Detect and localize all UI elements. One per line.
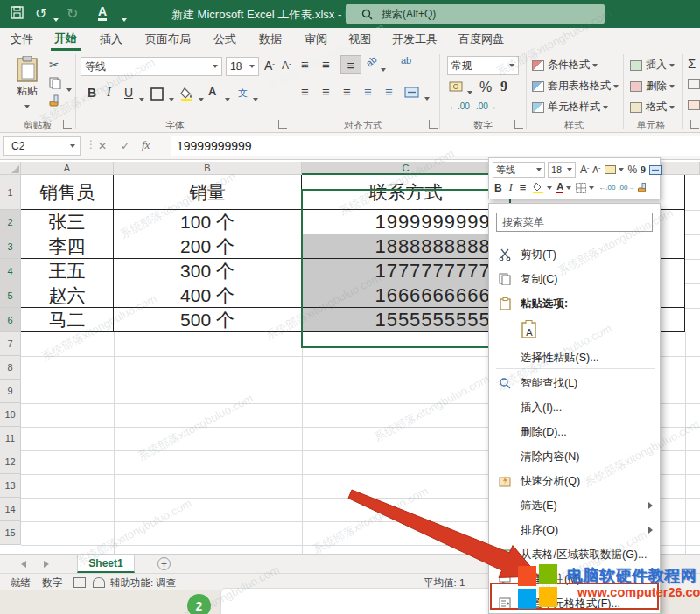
undo-button[interactable]: ↺ (35, 5, 46, 22)
font-dialog-launcher[interactable] (278, 120, 287, 129)
fill-color-button[interactable] (180, 87, 194, 101)
mini-format-painter-icon[interactable] (638, 183, 648, 192)
undo-dropdown-icon[interactable] (51, 12, 59, 24)
formula-input[interactable]: 19999999999 (172, 136, 700, 156)
search-input[interactable] (380, 7, 593, 21)
menu-item-get-data-from-table[interactable]: 从表格/区域获取数据(G)... (489, 542, 662, 567)
mini-decrease-decimal[interactable]: .00→ (618, 184, 634, 192)
row-header-14[interactable]: 14 (0, 498, 21, 521)
cut-button[interactable]: ✂ (49, 58, 60, 72)
row-header-10[interactable]: 10 (0, 403, 21, 427)
italic-button[interactable]: I (107, 86, 111, 100)
copy-button[interactable] (49, 77, 61, 89)
mini-font-color[interactable]: A (556, 182, 564, 193)
font-size-select[interactable]: 18 (226, 57, 259, 76)
tab-page-layout[interactable]: 页面布局 (142, 28, 194, 51)
row-header-8[interactable]: 8 (0, 356, 21, 380)
align-top-button[interactable]: ≡ (301, 57, 309, 72)
cancel-button[interactable]: ✕ (98, 140, 107, 152)
sheet-tab-sheet1[interactable]: Sheet1 (77, 555, 135, 573)
menu-search-box[interactable] (496, 213, 653, 232)
align-middle-button[interactable]: ≡ (322, 57, 330, 72)
decrease-decimal-button[interactable]: .00→ (476, 101, 497, 111)
enter-button[interactable]: ✓ (121, 140, 130, 152)
mini-size-select[interactable]: 18 (548, 162, 576, 178)
column-header-a[interactable]: A (21, 162, 114, 175)
mini-font-select[interactable]: 等线 (493, 162, 545, 178)
tab-home[interactable]: 开始 (51, 28, 80, 51)
row-header-15[interactable]: 15 (0, 521, 21, 545)
row-header-1[interactable]: 1 (0, 175, 21, 210)
row-header-12[interactable]: 12 (0, 450, 21, 474)
number-format-select[interactable]: 常规 (447, 56, 519, 75)
align-right-button[interactable]: ≡ (343, 84, 351, 99)
mini-borders-icon[interactable] (576, 183, 586, 193)
delete-cells-button[interactable]: 删除 (630, 79, 675, 94)
cell-a4[interactable]: 王五 (21, 259, 114, 283)
decrease-indent-button[interactable]: ≡ (364, 84, 372, 99)
cell-a5[interactable]: 赵六 (21, 283, 114, 308)
cell-c2-active[interactable]: 19999999999 (302, 210, 510, 234)
status-accessibility[interactable]: 辅助功能: 调查 (110, 576, 176, 590)
menu-item-paste-special[interactable]: 选择性粘贴(S)... (489, 345, 662, 370)
cell-b5[interactable]: 400 个 (114, 283, 302, 308)
mini-accounting-icon[interactable] (605, 165, 616, 174)
menu-item-insert[interactable]: 插入(I)... (489, 395, 662, 420)
font-name-select[interactable]: 等线 (80, 57, 222, 76)
search-box[interactable] (346, 4, 605, 24)
column-header-b[interactable]: B (114, 162, 302, 175)
sheet-nav-next-icon[interactable] (44, 561, 49, 568)
mini-italic[interactable]: I (509, 181, 513, 194)
clear-button[interactable] (688, 100, 700, 110)
row-header-13[interactable]: 13 (0, 474, 21, 498)
menu-item-smart-lookup[interactable]: 智能查找(L) (489, 371, 662, 395)
align-bottom-button[interactable]: ≡ (340, 55, 361, 74)
menu-item-filter[interactable]: 筛选(E) (489, 493, 662, 518)
cell-styles-button[interactable]: 单元格样式 (532, 100, 608, 115)
align-left-button[interactable]: ≡ (301, 84, 309, 99)
mini-shrink-font[interactable]: A (592, 165, 598, 175)
format-painter-button[interactable] (49, 94, 62, 107)
tab-developer[interactable]: 开发工具 (388, 28, 441, 51)
macro-record-icon[interactable] (74, 577, 86, 588)
mini-percent[interactable]: % (627, 164, 637, 176)
conditional-formatting-button[interactable]: 条件格式 (532, 58, 598, 73)
accessibility-icon[interactable] (93, 577, 105, 588)
format-cells-ribbon-button[interactable]: 格式 (630, 100, 675, 115)
bold-button[interactable]: B (88, 86, 96, 100)
menu-item-quick-analysis[interactable]: 快速分析(Q) (489, 469, 662, 493)
mini-merge-icon[interactable] (649, 165, 662, 175)
menu-item-clear-contents[interactable]: 清除内容(N) (489, 444, 662, 469)
autosum-button[interactable]: Σ (688, 56, 696, 71)
mini-bold[interactable]: B (494, 182, 502, 194)
cell-a1[interactable]: 销售员 (21, 175, 114, 210)
tab-insert[interactable]: 插入 (96, 28, 126, 51)
sheet-nav-prev-icon[interactable] (21, 561, 26, 568)
clipboard-dialog-launcher[interactable] (63, 120, 72, 129)
cell-b2[interactable]: 100 个 (114, 210, 302, 234)
cell-c6[interactable]: 15555555555 (302, 308, 510, 332)
column-header-c-selected[interactable]: C (302, 162, 510, 175)
font-color-qat-button[interactable]: A (98, 5, 107, 21)
cell-b6[interactable]: 500 个 (114, 308, 302, 332)
comma-style-button[interactable]: 9 (500, 79, 508, 94)
mini-fill-color-icon[interactable] (533, 182, 544, 193)
row-header-2[interactable]: 2 (0, 210, 21, 234)
paste-button[interactable]: 粘贴 (12, 56, 42, 111)
cell-c5[interactable]: 16666666666 (302, 283, 510, 308)
alignment-dialog-launcher[interactable] (429, 120, 438, 129)
borders-button[interactable] (150, 87, 164, 101)
fill-button[interactable] (688, 79, 700, 89)
mini-comma[interactable]: 9 (640, 164, 646, 177)
row-header-9[interactable]: 9 (0, 380, 21, 403)
accounting-format-button[interactable] (449, 80, 463, 93)
increase-indent-button[interactable]: ≡ (385, 84, 393, 99)
row-header-6[interactable]: 6 (0, 308, 21, 332)
row-header-4[interactable]: 4 (0, 259, 21, 283)
cell-c1[interactable]: 联系方式 (302, 175, 510, 210)
tab-file[interactable]: 文件 (7, 28, 37, 51)
redo-button[interactable]: ↻ (66, 5, 78, 22)
menu-item-format-cells[interactable]: 设置单元格格式(F)... (489, 591, 662, 614)
menu-item-copy[interactable]: 复制(C) (489, 267, 662, 291)
row-header-3[interactable]: 3 (0, 234, 21, 259)
